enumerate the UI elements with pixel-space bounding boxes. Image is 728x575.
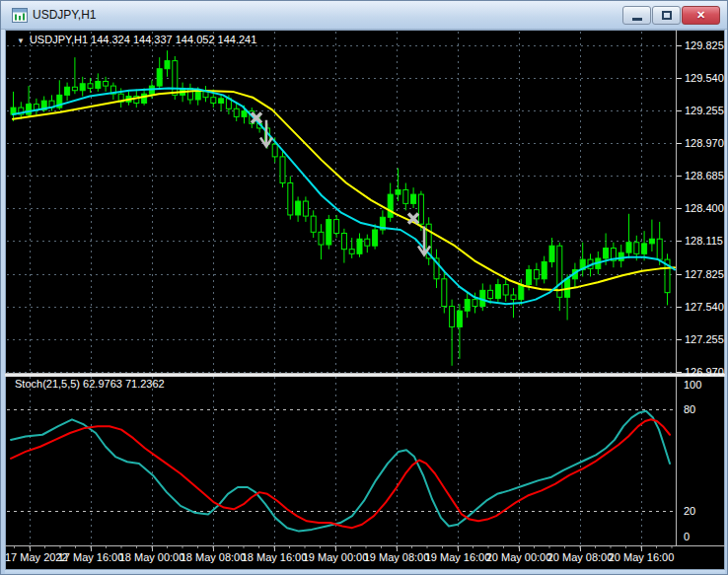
candle-body	[319, 232, 324, 245]
candle-body	[642, 244, 647, 253]
candle-body	[495, 285, 500, 299]
candle-body	[242, 111, 247, 117]
stoch-axis-label: 80	[684, 403, 695, 415]
candle-body	[303, 201, 308, 216]
candle-body	[96, 81, 101, 88]
price-axis-label: 127.825	[685, 268, 724, 280]
window-bottom-border	[5, 570, 725, 575]
candle-body	[234, 108, 239, 116]
time-axis-label: 19 May 00:00	[303, 551, 369, 563]
time-axis-label: 18 May 00:00	[119, 551, 185, 563]
time-axis-label: 20 May 08:00	[547, 551, 614, 563]
candle-body	[626, 243, 631, 252]
candle-body	[173, 61, 178, 96]
candle-body	[88, 84, 93, 89]
stoch-axis-label: 0	[684, 531, 690, 542]
candle-body	[365, 239, 370, 246]
candle-body	[473, 300, 477, 307]
stoch-axis-label: 100	[684, 379, 701, 391]
candle-body	[604, 249, 609, 258]
candle-body	[403, 189, 408, 203]
price-axis-label: 128.115	[685, 235, 723, 247]
candle-body	[211, 98, 216, 104]
candle-body	[157, 69, 162, 86]
candle-body	[27, 105, 32, 114]
candle-body	[65, 87, 70, 95]
time-axis-label: 17 May 16:00	[58, 551, 124, 563]
candle-body	[488, 290, 493, 298]
candle-body	[288, 183, 293, 215]
candle-body	[334, 220, 339, 234]
candle-body	[72, 87, 77, 90]
candle-body	[411, 194, 416, 203]
candle-body	[503, 285, 508, 295]
symbol-ohlc-label: ▼USDJPY,H1 144.324 144.337 144.052 144.2…	[17, 34, 256, 45]
time-axis-label: 19 May 08:00	[364, 551, 430, 563]
stochastic-k-value: 62.9763	[83, 378, 122, 390]
candle-body	[272, 144, 277, 157]
candle-body	[465, 300, 470, 312]
stochastic-name: Stoch(21,5,5)	[15, 378, 80, 390]
candle-body	[357, 239, 362, 253]
price-axis-label: 129.540	[685, 72, 724, 84]
price-axis-label: 128.685	[685, 170, 724, 181]
candle-body	[195, 92, 200, 100]
candle-body	[649, 239, 654, 244]
chart-dropdown-icon[interactable]: ▼	[17, 36, 25, 45]
candle-body	[418, 194, 423, 224]
time-axis-label: 18 May 08:00	[181, 551, 247, 563]
ma-line-cyan	[13, 88, 675, 304]
candle-body	[450, 307, 455, 327]
candle-body	[657, 239, 662, 259]
time-axis-label: 20 May 16:00	[609, 551, 675, 563]
candle-body	[388, 194, 393, 217]
stoch-axis-label: 20	[684, 505, 695, 517]
price-axis-label: 129.825	[685, 39, 724, 51]
price-axis-label: 127.540	[685, 301, 724, 313]
candle-body	[542, 261, 546, 278]
candle-body	[280, 157, 285, 183]
candle-body	[519, 285, 524, 300]
stochastic-label: Stoch(21,5,5) 62.9763 71.2362	[15, 378, 165, 390]
candle-body	[534, 270, 539, 279]
price-axis-label: 126.970	[685, 366, 724, 378]
pane-separator[interactable]	[5, 373, 725, 377]
candle-body	[634, 243, 639, 254]
candle-body	[396, 189, 400, 194]
candle-body	[311, 216, 316, 232]
candle-body	[327, 220, 331, 245]
candle-body	[80, 84, 85, 91]
stoch-k-line	[11, 411, 670, 532]
candle-body	[341, 233, 346, 249]
chart-canvas[interactable]	[1, 1, 728, 575]
candle-body	[142, 94, 147, 103]
candle-body	[219, 99, 224, 104]
time-axis-label: 20 May 00:00	[486, 551, 552, 563]
ohlc-values: 144.324 144.337 144.052 144.241	[91, 34, 256, 45]
mt4-chart-window: USDJPY,H1 ✕ ▼USDJPY,H1 144.324 144.337 1…	[0, 0, 728, 575]
candle-body	[349, 250, 354, 254]
price-axis-label: 128.970	[685, 137, 724, 149]
candle-body	[203, 92, 208, 98]
candle-body	[619, 252, 623, 260]
candle-body	[549, 246, 554, 261]
candle-body	[527, 270, 532, 285]
candle-body	[511, 295, 516, 300]
candle-body	[165, 61, 170, 69]
time-axis-label: 19 May 16:00	[425, 551, 491, 563]
price-axis-label: 129.255	[685, 105, 724, 116]
time-axis-label: 18 May 16:00	[242, 551, 308, 563]
candle-body	[442, 279, 447, 307]
candle-body	[457, 311, 462, 326]
candle-body	[104, 81, 109, 86]
candle-body	[296, 201, 301, 215]
stochastic-d-value: 71.2362	[125, 378, 165, 390]
symbol-label: USDJPY,H1	[30, 34, 88, 45]
candle-body	[373, 230, 378, 246]
price-axis-label: 127.255	[685, 333, 724, 345]
price-axis-label: 128.400	[685, 202, 724, 214]
